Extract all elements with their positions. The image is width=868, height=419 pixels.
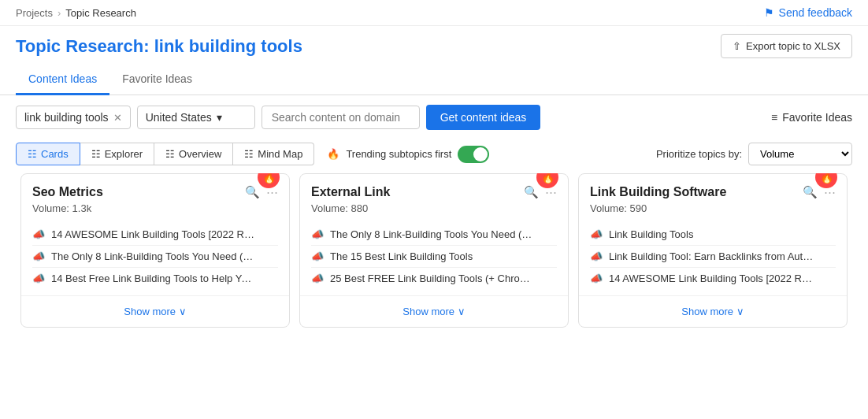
card-seo-title-area: Seo Metrics Volume: 1.3k (32, 185, 245, 214)
feedback-icon: ⚑ (764, 6, 774, 19)
card-seo-items: 📣 14 AWESOME Link Building Tools [2022 R… (21, 221, 289, 292)
view-overview-button[interactable]: ☷ Overview (154, 143, 233, 165)
card-external-link: 🔥 External Link Volume: 880 🔍 ⋯ 📣 The On… (299, 173, 569, 328)
list-icon: ≡ (771, 111, 777, 124)
card-seo-title: Seo Metrics (32, 185, 245, 199)
list-item: 📣 Link Building Tools (590, 224, 836, 245)
card-ext-header: External Link Volume: 880 🔍 ⋯ (300, 174, 568, 221)
country-label: United States (146, 111, 212, 124)
item-text: The Only 8 Link-Building Tools You Need … (330, 228, 535, 240)
megaphone-icon: 📣 (590, 228, 603, 240)
view-cards-button[interactable]: ☷ Cards (16, 143, 80, 165)
card-seo-metrics: 🔥 Seo Metrics Volume: 1.3k 🔍 ⋯ 📣 14 AWES… (20, 173, 290, 328)
card-lbs-search-btn[interactable]: 🔍 (803, 185, 818, 199)
toolbar: link building tools ✕ United States ▾ Ge… (0, 95, 868, 139)
megaphone-icon: 📣 (32, 273, 45, 284)
trending-toggle-area: 🔥 Trending subtopics first (327, 146, 489, 163)
card-lbs-title-area: Link Building Software Volume: 590 (590, 185, 803, 214)
prioritize-area: Prioritize topics by: Volume Difficulty … (656, 143, 852, 165)
item-text: 25 Best FREE Link Building Tools (+ Chro… (330, 273, 535, 284)
view-explorer-button[interactable]: ☷ Explorer (80, 143, 154, 165)
list-item: 📣 14 Best Free Link Building Tools to He… (32, 267, 278, 289)
breadcrumb-current: Topic Research (65, 7, 136, 19)
card-ext-title: External Link (311, 185, 524, 199)
list-item: 📣 The 15 Best Link Building Tools (311, 245, 557, 267)
megaphone-icon: 📣 (32, 228, 45, 240)
item-text: Link Building Tools (609, 228, 693, 240)
country-select[interactable]: United States ▾ (137, 106, 255, 129)
item-text: 14 AWESOME Link Building Tools [2022 Rev… (609, 273, 814, 284)
megaphone-icon: 📣 (590, 250, 603, 262)
search-tag-clear[interactable]: ✕ (113, 112, 122, 124)
card-ext-title-area: External Link Volume: 880 (311, 185, 524, 214)
search-tag: link building tools ✕ (16, 106, 131, 129)
overview-icon: ☷ (165, 148, 175, 160)
show-more-lbs[interactable]: Show more ∨ (579, 295, 847, 327)
mindmap-icon: ☷ (244, 148, 254, 160)
megaphone-icon: 📣 (311, 273, 324, 284)
card-ext-items: 📣 The Only 8 Link-Building Tools You Nee… (300, 221, 568, 292)
domain-search-input[interactable] (262, 106, 420, 129)
item-text: The Only 8 Link-Building Tools You Need … (51, 250, 256, 262)
card-ext-volume: Volume: 880 (311, 202, 524, 214)
item-text: Link Building Tool: Earn Backlinks from … (609, 250, 814, 262)
show-more-ext[interactable]: Show more ∨ (300, 295, 568, 327)
list-item: 📣 14 AWESOME Link Building Tools [2022 R… (590, 267, 836, 289)
megaphone-icon: 📣 (311, 228, 324, 240)
item-text: 14 AWESOME Link Building Tools [2022 Rev… (51, 228, 256, 240)
trending-label: Trending subtopics first (346, 148, 451, 160)
list-item: 📣 Link Building Tool: Earn Backlinks fro… (590, 245, 836, 267)
favorite-ideas-link[interactable]: ≡ Favorite Ideas (771, 111, 852, 124)
toggle-knob (473, 147, 488, 161)
prioritize-select[interactable]: Volume Difficulty Topic Efficiency (748, 143, 852, 165)
item-text: 14 Best Free Link Building Tools to Help… (51, 273, 256, 284)
view-buttons: ☷ Cards ☷ Explorer ☷ Overview ☷ Mind Map (16, 143, 314, 165)
card-ext-search-btn[interactable]: 🔍 (524, 185, 539, 199)
page-title: Topic Research: link building tools (16, 36, 302, 57)
tab-content-ideas[interactable]: Content Ideas (16, 65, 109, 95)
list-item: 📣 The Only 8 Link-Building Tools You Nee… (32, 245, 278, 267)
send-feedback-button[interactable]: ⚑ Send feedback (764, 6, 852, 19)
list-item: 📣 The Only 8 Link-Building Tools You Nee… (311, 224, 557, 245)
list-item: 📣 25 Best FREE Link Building Tools (+ Ch… (311, 267, 557, 289)
top-bar: Projects › Topic Research ⚑ Send feedbac… (0, 0, 868, 26)
breadcrumb-sep: › (57, 7, 61, 19)
get-ideas-button[interactable]: Get content ideas (426, 105, 541, 130)
show-more-seo[interactable]: Show more ∨ (21, 295, 289, 327)
breadcrumb-projects[interactable]: Projects (16, 7, 53, 19)
page-header: Topic Research: link building tools ⇧ Ex… (0, 26, 868, 65)
card-lbs-title: Link Building Software (590, 185, 803, 199)
item-text: The 15 Best Link Building Tools (330, 250, 473, 262)
explorer-icon: ☷ (91, 148, 101, 160)
export-button[interactable]: ⇧ Export topic to XLSX (721, 34, 852, 58)
list-item: 📣 14 AWESOME Link Building Tools [2022 R… (32, 224, 278, 245)
trending-toggle-switch[interactable] (458, 146, 489, 163)
search-tag-text: link building tools (24, 111, 109, 124)
tab-favorite-ideas[interactable]: Favorite Ideas (109, 65, 205, 95)
prioritize-label: Prioritize topics by: (656, 148, 742, 160)
view-toolbar: ☷ Cards ☷ Explorer ☷ Overview ☷ Mind Map… (0, 139, 868, 173)
card-lbs-items: 📣 Link Building Tools 📣 Link Building To… (579, 221, 847, 292)
card-seo-volume: Volume: 1.3k (32, 202, 245, 214)
megaphone-icon: 📣 (32, 250, 45, 262)
card-lbs-volume: Volume: 590 (590, 202, 803, 214)
megaphone-icon: 📣 (311, 250, 324, 262)
chevron-down-icon: ▾ (217, 111, 222, 124)
card-link-building-software: 🔥 Link Building Software Volume: 590 🔍 ⋯… (578, 173, 848, 328)
cards-icon: ☷ (28, 148, 37, 160)
card-lbs-header: Link Building Software Volume: 590 🔍 ⋯ (579, 174, 847, 221)
export-icon: ⇧ (733, 40, 741, 52)
cards-area: 🔥 Seo Metrics Volume: 1.3k 🔍 ⋯ 📣 14 AWES… (0, 173, 868, 328)
card-seo-header: Seo Metrics Volume: 1.3k 🔍 ⋯ (21, 174, 289, 221)
megaphone-icon: 📣 (590, 273, 603, 284)
fire-icon: 🔥 (327, 148, 339, 160)
view-mindmap-button[interactable]: ☷ Mind Map (233, 143, 314, 165)
tabs-bar: Content Ideas Favorite Ideas (0, 65, 868, 95)
card-seo-search-btn[interactable]: 🔍 (245, 185, 260, 199)
breadcrumb: Projects › Topic Research (16, 7, 136, 19)
